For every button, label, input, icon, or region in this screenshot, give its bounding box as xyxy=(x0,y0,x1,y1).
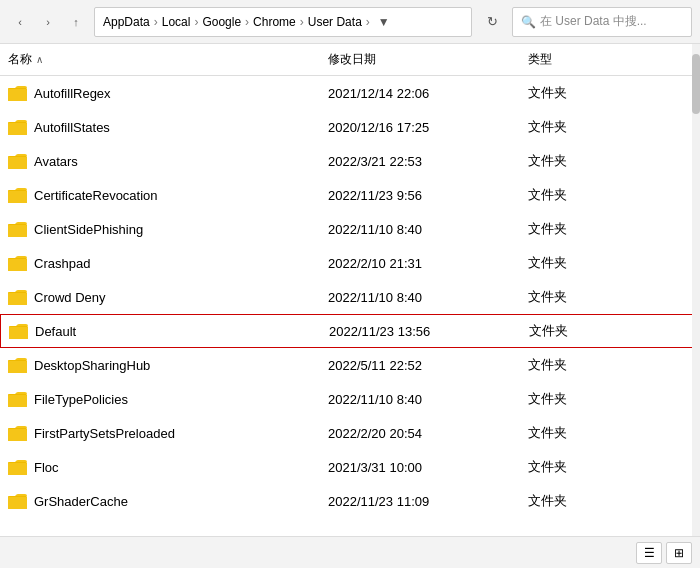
svg-rect-32 xyxy=(8,429,27,441)
col-name-label: 名称 xyxy=(8,51,32,68)
svg-rect-23 xyxy=(9,327,28,339)
folder-icon xyxy=(8,254,28,272)
file-date: 2022/11/10 8:40 xyxy=(328,222,528,237)
file-type: 文件夹 xyxy=(528,152,700,170)
folder-icon xyxy=(8,356,28,374)
file-type: 文件夹 xyxy=(528,356,700,374)
search-placeholder: 在 User Data 中搜... xyxy=(540,13,647,30)
svg-rect-38 xyxy=(8,497,27,509)
table-row[interactable]: Default2022/11/23 13:56文件夹 xyxy=(0,314,700,348)
scrollbar[interactable] xyxy=(692,44,700,536)
file-type: 文件夹 xyxy=(528,458,700,476)
file-name: Crowd Deny xyxy=(34,290,328,305)
folder-icon xyxy=(8,118,28,136)
folder-icon xyxy=(8,186,28,204)
back-button[interactable]: ‹ xyxy=(8,10,32,34)
table-row[interactable]: CertificateRevocation2022/11/23 9:56文件夹 xyxy=(0,178,700,212)
address-bar: ‹ › ↑ AppData › Local › Google › Chrome … xyxy=(0,0,700,44)
table-row[interactable]: ClientSidePhishing2022/11/10 8:40文件夹 xyxy=(0,212,700,246)
column-headers: 名称 ∧ 修改日期 类型 xyxy=(0,44,700,76)
table-row[interactable]: DesktopSharingHub2022/5/11 22:52文件夹 xyxy=(0,348,700,382)
file-type: 文件夹 xyxy=(528,118,700,136)
folder-icon xyxy=(8,84,28,102)
file-date: 2022/11/23 11:09 xyxy=(328,494,528,509)
svg-rect-14 xyxy=(8,225,27,237)
file-name: CertificateRevocation xyxy=(34,188,328,203)
svg-rect-5 xyxy=(8,123,27,135)
table-row[interactable]: FileTypePolicies2022/11/10 8:40文件夹 xyxy=(0,382,700,416)
file-name: Floc xyxy=(34,460,328,475)
search-icon: 🔍 xyxy=(521,15,536,29)
folder-icon xyxy=(8,152,28,170)
svg-rect-17 xyxy=(8,259,27,271)
table-row[interactable]: Avatars2022/3/21 22:53文件夹 xyxy=(0,144,700,178)
svg-rect-11 xyxy=(8,191,27,203)
details-view-button[interactable]: ☰ xyxy=(636,542,662,564)
breadcrumb-sep-4: › xyxy=(300,15,304,29)
file-date: 2020/12/16 17:25 xyxy=(328,120,528,135)
folder-icon xyxy=(8,390,28,408)
nav-buttons: ‹ › ↑ xyxy=(8,10,88,34)
table-row[interactable]: Floc2021/3/31 10:00文件夹 xyxy=(0,450,700,484)
col-type-header[interactable]: 类型 xyxy=(528,51,700,68)
svg-rect-2 xyxy=(8,89,27,101)
breadcrumb-local[interactable]: Local xyxy=(162,15,191,29)
folder-icon xyxy=(9,322,29,340)
svg-rect-35 xyxy=(8,463,27,475)
col-name-header[interactable]: 名称 ∧ xyxy=(8,51,328,68)
folder-icon xyxy=(8,220,28,238)
file-name: AutofillStates xyxy=(34,120,328,135)
svg-rect-29 xyxy=(8,395,27,407)
file-date: 2021/3/31 10:00 xyxy=(328,460,528,475)
file-type: 文件夹 xyxy=(529,322,699,340)
file-type: 文件夹 xyxy=(528,390,700,408)
file-date: 2022/2/20 20:54 xyxy=(328,426,528,441)
file-date: 2022/11/10 8:40 xyxy=(328,290,528,305)
breadcrumb-chrome[interactable]: Chrome xyxy=(253,15,296,29)
svg-rect-26 xyxy=(8,361,27,373)
svg-rect-20 xyxy=(8,293,27,305)
sort-arrow-icon: ∧ xyxy=(36,54,43,65)
file-type: 文件夹 xyxy=(528,186,700,204)
file-type: 文件夹 xyxy=(528,84,700,102)
file-type: 文件夹 xyxy=(528,254,700,272)
status-bar: ☰ ⊞ xyxy=(0,536,700,568)
file-date: 2021/12/14 22:06 xyxy=(328,86,528,101)
table-row[interactable]: AutofillRegex2021/12/14 22:06文件夹 xyxy=(0,76,700,110)
file-date: 2022/11/10 8:40 xyxy=(328,392,528,407)
file-name: Crashpad xyxy=(34,256,328,271)
table-row[interactable]: FirstPartySetsPreloaded2022/2/20 20:54文件… xyxy=(0,416,700,450)
forward-button[interactable]: › xyxy=(36,10,60,34)
folder-icon xyxy=(8,424,28,442)
file-name: Avatars xyxy=(34,154,328,169)
table-row[interactable]: GrShaderCache2022/11/23 11:09文件夹 xyxy=(0,484,700,518)
table-row[interactable]: AutofillStates2020/12/16 17:25文件夹 xyxy=(0,110,700,144)
file-name: FirstPartySetsPreloaded xyxy=(34,426,328,441)
breadcrumb-google[interactable]: Google xyxy=(202,15,241,29)
breadcrumb-sep-5: › xyxy=(366,15,370,29)
breadcrumb[interactable]: AppData › Local › Google › Chrome › User… xyxy=(94,7,472,37)
table-row[interactable]: Crashpad2022/2/10 21:31文件夹 xyxy=(0,246,700,280)
large-view-icon: ⊞ xyxy=(674,546,684,560)
folder-icon xyxy=(8,458,28,476)
col-date-header[interactable]: 修改日期 xyxy=(328,51,528,68)
breadcrumb-appdata[interactable]: AppData xyxy=(103,15,150,29)
file-type: 文件夹 xyxy=(528,424,700,442)
details-view-icon: ☰ xyxy=(644,546,655,560)
file-type: 文件夹 xyxy=(528,492,700,510)
breadcrumb-userdata[interactable]: User Data xyxy=(308,15,362,29)
large-view-button[interactable]: ⊞ xyxy=(666,542,692,564)
up-button[interactable]: ↑ xyxy=(64,10,88,34)
file-type: 文件夹 xyxy=(528,220,700,238)
folder-icon xyxy=(8,288,28,306)
file-name: GrShaderCache xyxy=(34,494,328,509)
file-date: 2022/2/10 21:31 xyxy=(328,256,528,271)
file-name: Default xyxy=(35,324,329,339)
breadcrumb-dropdown-icon[interactable]: ▼ xyxy=(378,15,390,29)
folder-icon xyxy=(8,492,28,510)
refresh-button[interactable]: ↻ xyxy=(478,8,506,36)
table-row[interactable]: Crowd Deny2022/11/10 8:40文件夹 xyxy=(0,280,700,314)
search-box[interactable]: 🔍 在 User Data 中搜... xyxy=(512,7,692,37)
scrollbar-thumb[interactable] xyxy=(692,54,700,114)
file-type: 文件夹 xyxy=(528,288,700,306)
